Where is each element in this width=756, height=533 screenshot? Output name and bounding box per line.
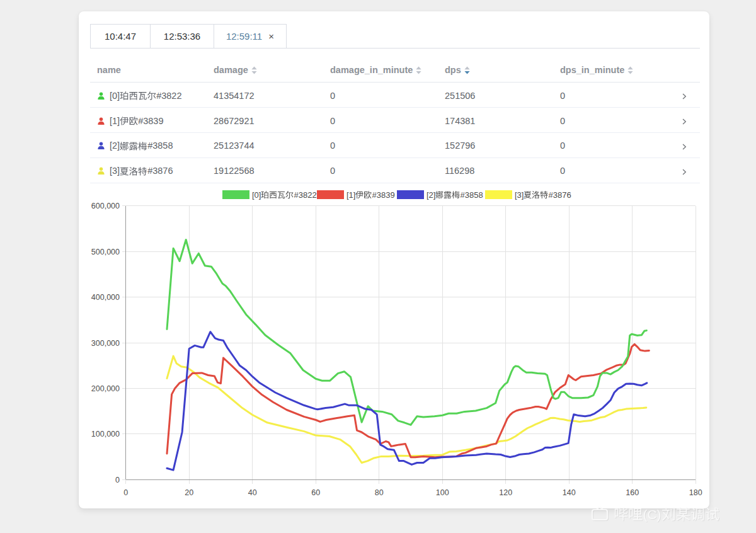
svg-text:180: 180 xyxy=(689,488,702,497)
svg-text:0: 0 xyxy=(123,488,128,497)
svg-text:140: 140 xyxy=(563,488,576,497)
svg-text:600,000: 600,000 xyxy=(91,202,120,210)
svg-text:20: 20 xyxy=(185,488,193,497)
svg-text:120: 120 xyxy=(499,488,512,497)
svg-text:500,000: 500,000 xyxy=(91,248,120,256)
svg-text:300,000: 300,000 xyxy=(91,339,120,348)
svg-text:0: 0 xyxy=(115,476,120,484)
svg-text:100: 100 xyxy=(436,488,449,497)
svg-text:400,000: 400,000 xyxy=(91,293,120,302)
svg-text:40: 40 xyxy=(248,488,257,497)
svg-text:100,000: 100,000 xyxy=(91,430,120,438)
svg-text:80: 80 xyxy=(375,488,384,497)
svg-text:160: 160 xyxy=(626,488,639,497)
svg-text:60: 60 xyxy=(311,488,320,497)
svg-text:200,000: 200,000 xyxy=(91,384,120,393)
